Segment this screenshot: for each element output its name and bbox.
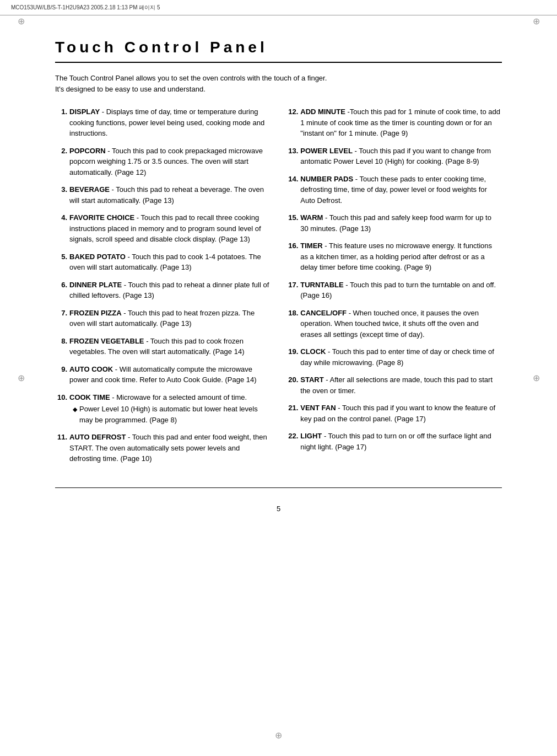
header-bar: MCO153UW/LB/S-T-1H2U9A23 2005.2.18 1:13 …: [0, 0, 557, 15]
item-number: 11.: [55, 432, 67, 464]
item-label: AUTO DEFROST: [69, 433, 126, 441]
list-item: 11.AUTO DEFROST - Touch this pad and ent…: [55, 432, 269, 464]
item-label: AUTO COOK: [69, 365, 113, 373]
right-column: 12.ADD MINUTE -Touch this pad for 1 minu…: [286, 106, 500, 471]
item-content: FROZEN VEGETABLE - Touch this pad to coo…: [69, 336, 269, 357]
item-number: 22.: [286, 431, 298, 452]
item-content: START - After all selections are made, t…: [300, 374, 500, 396]
item-content: CLOCK - Touch this pad to enter time of …: [300, 346, 500, 368]
page-container: MCO153UW/LB/S-T-1H2U9A23 2005.2.18 1:13 …: [0, 0, 557, 756]
item-content: ADD MINUTE -Touch this pad for 1 minute …: [300, 106, 500, 139]
item-number: 8.: [55, 336, 67, 357]
item-number: 12.: [286, 106, 298, 139]
item-content: FROZEN PIZZA - Touch this pad to heat fr…: [69, 308, 269, 329]
item-content: DINNER PLATE - Touch this pad to reheat …: [69, 280, 269, 301]
list-item: 1.DISPLAY - Displays time of day, time o…: [55, 106, 269, 139]
item-number: 5.: [55, 251, 67, 273]
reg-mark-top-left: ⊕: [15, 15, 26, 26]
list-item: 22.LIGHT - Touch this pad to turn on or …: [286, 431, 500, 452]
item-number: 18.: [286, 308, 298, 340]
sub-item: ◆Power Level 10 (High) is automatic but …: [69, 404, 269, 425]
list-item: 19.CLOCK - Touch this pad to enter time …: [286, 346, 500, 368]
item-label: COOK TIME: [69, 393, 110, 401]
item-content: AUTO DEFROST - Touch this pad and enter …: [69, 432, 269, 464]
item-label: LIGHT: [300, 432, 322, 440]
item-number: 9.: [55, 364, 67, 385]
list-item: 9.AUTO COOK - Will automatically compute…: [55, 364, 269, 385]
list-item: 8.FROZEN VEGETABLE - Touch this pad to c…: [55, 336, 269, 357]
item-number: 15.: [286, 212, 298, 234]
list-item: 6.DINNER PLATE - Touch this pad to rehea…: [55, 280, 269, 301]
item-label: TURNTABLE: [300, 281, 343, 289]
item-content: TURNTABLE - Touch this pad to turn the t…: [300, 280, 500, 301]
list-item: 15.WARM - Touch this pad and safely keep…: [286, 212, 500, 234]
item-label: ADD MINUTE: [300, 108, 345, 116]
list-item: 20.START - After all selections are made…: [286, 374, 500, 396]
intro-line-1: The Touch Control Panel allows you to se…: [55, 73, 502, 84]
item-number: 10.: [55, 392, 67, 426]
page-title: Touch Control Panel: [55, 39, 502, 56]
item-label: FAVORITE CHOICE: [69, 213, 134, 222]
header-text: MCO153UW/LB/S-T-1H2U9A23 2005.2.18 1:13 …: [11, 4, 160, 12]
item-number: 19.: [286, 346, 298, 368]
list-item: 12.ADD MINUTE -Touch this pad for 1 minu…: [286, 106, 500, 139]
item-number: 4.: [55, 212, 67, 245]
list-item: 17.TURNTABLE - Touch this pad to turn th…: [286, 280, 500, 301]
item-number: 17.: [286, 280, 298, 301]
item-label: DINNER PLATE: [69, 281, 122, 289]
list-item: 18.CANCEL/OFF - When touched once, it pa…: [286, 308, 500, 340]
item-content: BEVERAGE - Touch this pad to reheat a be…: [69, 184, 269, 206]
item-label: START: [300, 376, 323, 384]
item-content: BAKED POTATO - Touch this pad to cook 1-…: [69, 251, 269, 273]
item-number: 7.: [55, 308, 67, 329]
item-label: CANCEL/OFF: [300, 309, 347, 317]
item-number: 14.: [286, 174, 298, 206]
list-item: 14.NUMBER PADS - Touch these pads to ent…: [286, 174, 500, 206]
item-number: 1.: [55, 106, 67, 139]
reg-mark-mid-right: ⊕: [531, 373, 542, 384]
item-number: 6.: [55, 280, 67, 301]
intro-text: The Touch Control Panel allows you to se…: [55, 73, 502, 94]
item-label: DISPLAY: [69, 108, 100, 116]
list-item: 5.BAKED POTATO - Touch this pad to cook …: [55, 251, 269, 273]
list-item: 3.BEVERAGE - Touch this pad to reheat a …: [55, 184, 269, 206]
reg-mark-top-right: ⊕: [531, 15, 542, 26]
item-label: WARM: [300, 213, 323, 222]
item-content: CANCEL/OFF - When touched once, it pause…: [300, 308, 500, 340]
item-content: WARM - Touch this pad and safely keep fo…: [300, 212, 500, 234]
list-item: 2.POPCORN - Touch this pad to cook prepa…: [55, 146, 269, 178]
item-content: AUTO COOK - Will automatically compute t…: [69, 364, 269, 385]
item-label: POPCORN: [69, 147, 106, 155]
left-column: 1.DISPLAY - Displays time of day, time o…: [55, 106, 269, 471]
item-label: CLOCK: [300, 347, 326, 356]
item-content: NUMBER PADS - Touch these pads to enter …: [300, 174, 500, 206]
item-content: POPCORN - Touch this pad to cook prepack…: [69, 146, 269, 178]
item-label: BAKED POTATO: [69, 253, 126, 261]
list-item: 10.COOK TIME - Microwave for a selected …: [55, 392, 269, 426]
intro-line-2: It's designed to be easy to use and unde…: [55, 84, 502, 95]
page-number: 5: [55, 505, 502, 513]
item-label: VENT FAN: [300, 404, 336, 412]
sub-text: Power Level 10 (High) is automatic but l…: [79, 404, 269, 425]
item-number: 21.: [286, 403, 298, 424]
item-content: FAVORITE CHOICE - Touch this pad to reca…: [69, 212, 269, 245]
reg-mark-bottom-center: ⊕: [273, 730, 284, 741]
item-content: COOK TIME - Microwave for a selected amo…: [69, 392, 269, 426]
item-content: LIGHT - Touch this pad to turn on or off…: [300, 431, 500, 452]
list-item: 7.FROZEN PIZZA - Touch this pad to heat …: [55, 308, 269, 329]
item-label: BEVERAGE: [69, 185, 110, 194]
item-label: FROZEN PIZZA: [69, 309, 122, 317]
item-number: 20.: [286, 374, 298, 396]
item-content: POWER LEVEL - Touch this pad if you want…: [300, 146, 500, 167]
list-item: 21.VENT FAN - Touch this pad if you want…: [286, 403, 500, 424]
list-item: 4.FAVORITE CHOICE - Touch this pad to re…: [55, 212, 269, 245]
item-number: 13.: [286, 146, 298, 167]
item-content: TIMER - This feature uses no microwave e…: [300, 240, 500, 273]
item-label: NUMBER PADS: [300, 175, 353, 183]
item-content: DISPLAY - Displays time of day, time or …: [69, 106, 269, 139]
reg-mark-mid-left: ⊕: [15, 373, 26, 384]
list-item: 13.POWER LEVEL - Touch this pad if you w…: [286, 146, 500, 167]
title-rule: [55, 62, 502, 63]
list-item: 16.TIMER - This feature uses no microwav…: [286, 240, 500, 273]
item-label: TIMER: [300, 242, 322, 250]
